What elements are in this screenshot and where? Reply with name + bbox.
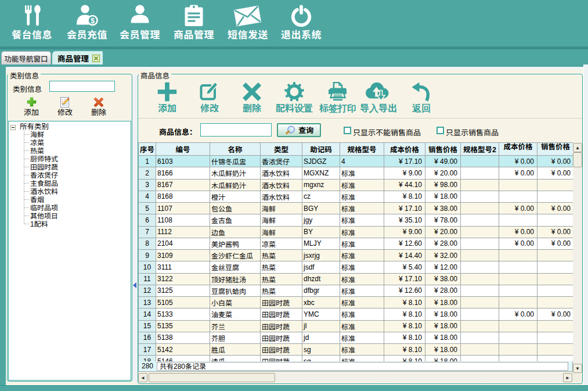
svg-text:$: $ xyxy=(91,17,95,25)
